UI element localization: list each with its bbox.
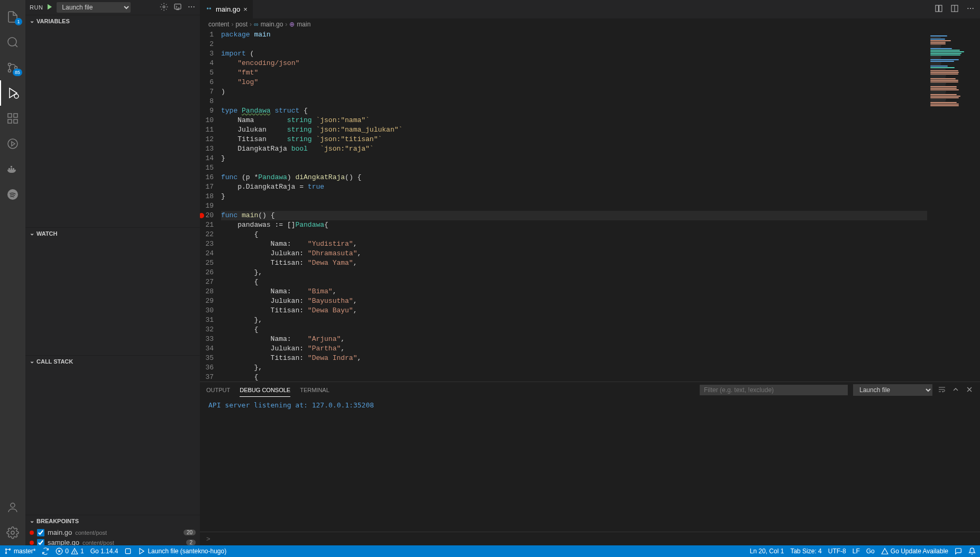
source-control-icon[interactable]: 85	[0, 55, 25, 80]
gear-icon[interactable]	[160, 3, 168, 12]
watch-section: ⌄WATCH	[25, 227, 200, 355]
svg-rect-24	[936, 5, 938, 12]
search-icon[interactable]	[0, 30, 25, 55]
status-notifications-icon[interactable]	[968, 547, 976, 555]
more-icon[interactable]	[187, 3, 196, 12]
editor-tabs: main.go ×	[200, 0, 980, 18]
callstack-header[interactable]: ⌄CALL STACK	[25, 356, 200, 367]
spotify-icon[interactable]	[0, 182, 25, 207]
minimap[interactable]	[927, 30, 980, 382]
svg-point-20	[191, 6, 192, 7]
status-go-version[interactable]: Go 1.14.4	[90, 547, 118, 555]
settings-icon[interactable]	[0, 520, 25, 545]
start-debug-icon[interactable]	[46, 3, 53, 12]
status-launch[interactable]: Launch file (santekno-hugo)	[138, 547, 226, 555]
status-sync[interactable]	[42, 547, 49, 555]
status-problems[interactable]: 0 1	[56, 547, 84, 555]
svg-rect-12	[13, 168, 14, 170]
status-tab-size[interactable]: Tab Size: 4	[790, 547, 821, 555]
breakpoint-row[interactable]: main.gocontent/post20	[25, 527, 200, 537]
docker-icon[interactable]	[0, 156, 25, 182]
panel-filter-input[interactable]	[700, 385, 848, 395]
close-panel-icon[interactable]	[965, 385, 974, 395]
status-bar: master* 0 1 Go 1.14.4 Launch file (sante…	[0, 545, 980, 557]
svg-point-40	[75, 553, 75, 553]
accounts-icon[interactable]	[0, 495, 25, 520]
word-wrap-icon[interactable]	[938, 385, 946, 395]
status-encoding[interactable]: UTF-8	[828, 547, 846, 555]
breakpoint-dot-icon	[30, 541, 34, 545]
svg-rect-13	[11, 166, 12, 168]
status-feedback-icon[interactable]	[955, 547, 962, 555]
breakpoint-row[interactable]: sample.gocontent/post2	[25, 537, 200, 545]
watch-header[interactable]: ⌄WATCH	[25, 228, 200, 239]
svg-point-1	[8, 63, 11, 66]
svg-point-4	[14, 94, 19, 98]
svg-point-2	[8, 70, 11, 72]
status-language[interactable]: Go	[866, 547, 875, 555]
breakpoint-checkbox[interactable]	[37, 529, 44, 536]
more-tab-icon[interactable]	[966, 4, 975, 14]
tab-main-go[interactable]: main.go ×	[200, 0, 253, 18]
split-icon[interactable]	[950, 4, 959, 14]
debug-console-icon[interactable]	[173, 3, 182, 12]
scm-badge: 85	[13, 69, 22, 76]
svg-rect-6	[14, 114, 17, 117]
callstack-section: ⌄CALL STACK	[25, 355, 200, 515]
go-file-icon: ∞	[254, 21, 259, 28]
status-go-update[interactable]: Go Update Available	[881, 547, 948, 555]
bottom-panel: OUTPUT DEBUG CONSOLE TERMINAL Launch fil…	[200, 382, 980, 545]
svg-point-23	[209, 7, 212, 10]
svg-point-15	[11, 503, 15, 507]
status-analysis-icon[interactable]	[124, 547, 132, 555]
activity-bar: 1 85	[0, 0, 25, 545]
live-icon[interactable]	[0, 131, 25, 156]
explorer-icon[interactable]: 1	[0, 4, 25, 30]
code-editor[interactable]: 1234567891011121314151617181920212223242…	[200, 30, 980, 382]
svg-point-22	[207, 7, 209, 10]
svg-point-28	[967, 8, 968, 9]
chevron-up-icon[interactable]	[951, 385, 960, 395]
status-cursor[interactable]: Ln 20, Col 1	[750, 547, 784, 555]
svg-point-17	[163, 6, 165, 8]
compare-icon[interactable]	[935, 4, 943, 14]
tab-output[interactable]: OUTPUT	[206, 384, 230, 396]
svg-marker-42	[140, 549, 144, 554]
close-tab-icon[interactable]: ×	[243, 5, 248, 13]
breadcrumb[interactable]: content› post› ∞ main.go› ⊕ main	[200, 18, 980, 30]
debug-console-output: API server listening at: 127.0.0.1:35208	[200, 398, 980, 532]
breakpoint-dot-icon	[30, 531, 34, 535]
breakpoint-checkbox[interactable]	[37, 539, 44, 546]
svg-point-16	[11, 531, 14, 534]
tab-debug-console[interactable]: DEBUG CONSOLE	[240, 384, 290, 397]
breakpoints-section: ⌄BREAKPOINTS main.gocontent/post20sample…	[25, 515, 200, 545]
extensions-icon[interactable]	[0, 106, 25, 131]
svg-rect-7	[8, 119, 12, 123]
svg-rect-11	[11, 168, 12, 170]
svg-point-29	[970, 8, 971, 9]
status-branch[interactable]: master*	[4, 547, 35, 555]
svg-point-0	[8, 38, 16, 46]
breakpoints-header[interactable]: ⌄BREAKPOINTS	[25, 515, 200, 526]
tab-terminal[interactable]: TERMINAL	[300, 384, 329, 396]
variables-header[interactable]: ⌄VARIABLES	[25, 15, 200, 26]
status-eol[interactable]: LF	[853, 547, 860, 555]
svg-point-9	[8, 139, 17, 148]
svg-rect-41	[126, 549, 131, 553]
explorer-badge: 1	[15, 18, 22, 25]
svg-rect-25	[939, 5, 942, 12]
editor-area: main.go × content› post› ∞ main.go› ⊕ ma…	[200, 0, 980, 545]
svg-rect-10	[8, 168, 10, 170]
go-file-icon	[205, 5, 213, 14]
panel-config-select[interactable]: Launch file	[853, 384, 932, 396]
run-label: RUN	[30, 4, 43, 11]
run-debug-icon[interactable]	[0, 80, 25, 106]
func-icon: ⊕	[289, 21, 295, 28]
svg-point-21	[194, 6, 195, 7]
svg-rect-18	[175, 4, 181, 9]
svg-rect-5	[8, 114, 12, 117]
run-header: RUN Launch file	[25, 0, 200, 15]
debug-config-select[interactable]: Launch file	[57, 2, 131, 13]
variables-section: ⌄VARIABLES	[25, 15, 200, 227]
debug-console-input[interactable]: >	[200, 532, 980, 545]
